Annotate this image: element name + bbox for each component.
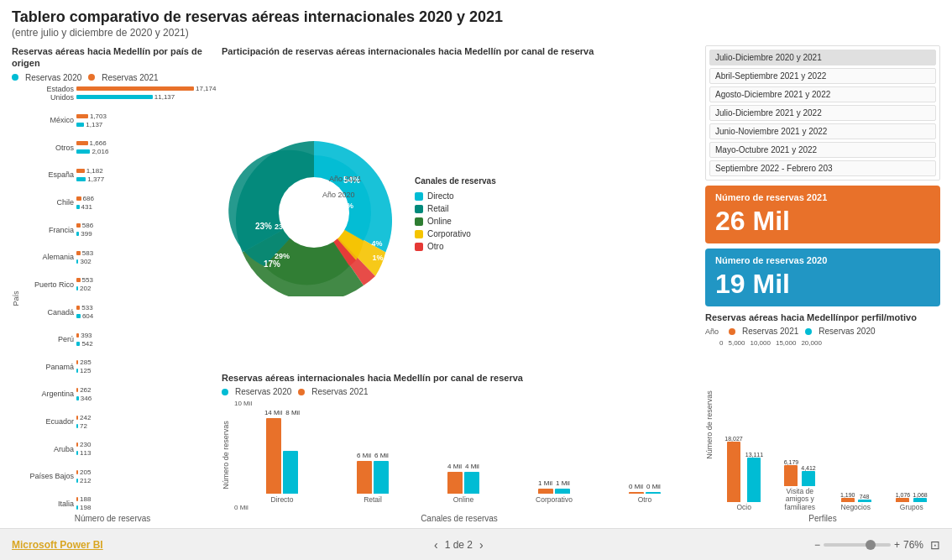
bars-group: 230113 <box>76 441 216 457</box>
pr-bar-2020 <box>747 458 761 501</box>
ch-val-2020: 0 Mil <box>646 483 661 490</box>
bar-country-label: Italia <box>22 500 74 508</box>
filter-item-0[interactable]: Julio-Diciembre 2020 y 2021 <box>709 50 936 65</box>
legend-label-2020: Reservas 2020 <box>25 73 81 82</box>
bar-value-2020: 399 <box>81 230 92 238</box>
pr-val-2021: 18,027 <box>724 436 742 442</box>
profile-group: 6,1794,412Visita de amigos y familiares <box>776 459 825 511</box>
filter-item-4[interactable]: Junio-Noviembre 2021 y 2022 <box>709 123 936 139</box>
filter-item-6[interactable]: Septiembre 2022 - Febrero 203 <box>709 160 936 176</box>
channel-bar-panel: Reservas aéreas internacionales hacia Me… <box>222 372 697 523</box>
bars-group: 583302 <box>76 249 216 265</box>
bar-fill-2020 <box>76 95 153 99</box>
donut-legend-label: Otro <box>427 242 443 251</box>
pr-x-axis: Perfiles <box>705 514 940 523</box>
donut-legend-label: Directo <box>427 191 454 201</box>
profile-legend: Año Reservas 2021 Reservas 2020 <box>705 327 940 336</box>
channel-group: 0 Mil0 MilOtro <box>601 483 688 504</box>
zoom-slider[interactable] <box>824 543 891 547</box>
donut-legend-color <box>415 243 423 251</box>
svg-text:42%: 42% <box>338 201 353 210</box>
donut-legend-item: Directo <box>415 191 496 201</box>
pr-y-axis: Número de reservas <box>705 339 714 511</box>
filter-item-3[interactable]: Julio-Diciembre 2021 y 2022 <box>709 105 936 121</box>
fit-page-icon[interactable]: ⊡ <box>930 538 940 552</box>
profile-bars-pair: 18,02713,111 <box>724 436 763 502</box>
ch-val-2021: 4 Mil <box>447 463 462 470</box>
bar-row: Italia188198 <box>22 496 216 511</box>
page-subtitle: (entre julio y diciembre de 2020 y 2021) <box>12 27 940 39</box>
prev-page-button[interactable]: ‹ <box>434 538 438 552</box>
kpi-2021-title: Número de reservas 2021 <box>715 192 930 202</box>
pr-y-tick: 10,000 <box>750 339 770 347</box>
pr-bar-2021 <box>727 442 740 502</box>
bar-fill-2021 <box>76 141 88 145</box>
bars-group: 262346 <box>76 386 216 402</box>
bar-fill-2020 <box>76 177 86 181</box>
bar-country-label: Canadá <box>22 308 74 317</box>
bar-row: Panamá285125 <box>22 359 216 374</box>
ch-bar-2020 <box>283 451 298 494</box>
pr-val-2021: 6,179 <box>784 459 799 465</box>
filter-item-5[interactable]: Mayo-Octubre 2021 y 2022 <box>709 142 936 158</box>
ch-val-2021: 0 Mil <box>629 483 643 490</box>
bar-fill-2020 <box>76 505 78 510</box>
pr-legend-2020: Reservas 2020 <box>819 327 875 336</box>
bars-group: 188198 <box>76 495 216 511</box>
kpi-2021-box: Número de reservas 2021 26 Mil <box>705 186 940 243</box>
bar-row: Estados Unidos17,17411,137 <box>22 86 216 101</box>
bar-fill-2021 <box>76 416 78 420</box>
bar-chart-rows: Estados Unidos17,17411,137México1,7031,1… <box>22 86 216 511</box>
footer-brand[interactable]: Microsoft Power BI <box>12 539 103 551</box>
bar-value-2021: 262 <box>80 386 91 394</box>
svg-text:Año 2020: Año 2020 <box>322 191 355 199</box>
svg-text:23%: 23% <box>255 222 272 231</box>
bar-fill-2020 <box>76 149 90 154</box>
bar-country-label: Ecuador <box>22 417 74 426</box>
pr-legend-2021: Reservas 2021 <box>742 327 798 336</box>
bar-value-2021: 242 <box>80 414 91 421</box>
bar-country-label: Otros <box>22 144 74 152</box>
ch-val-2020: 8 Mil <box>285 409 300 416</box>
bar-value-2021: 586 <box>82 222 93 229</box>
zoom-minus-icon[interactable]: − <box>814 539 820 551</box>
filter-item-2[interactable]: Agosto-Diciembre 2021 y 2022 <box>709 86 936 102</box>
donut-panel: Participación de reservas aéreas interna… <box>222 45 697 367</box>
profile-bars-wrap: 05,00010,00015,00020,000 18,02713,111Oci… <box>715 339 940 511</box>
bar-country-label: Aruba <box>22 445 74 453</box>
bar-country-label: Perú <box>22 335 74 343</box>
ch-bar-2021 <box>357 461 372 494</box>
profile-bars: 18,02713,111Ocio6,1794,412Visita de amig… <box>715 347 940 511</box>
ch-bar-2021 <box>538 489 553 494</box>
filter-item-1[interactable]: Abril-Septiembre 2021 y 2022 <box>709 68 936 84</box>
bar-row: Puerto Rico553202 <box>22 277 216 292</box>
panel-left: Reservas aéreas hacia Medellín por país … <box>12 45 213 523</box>
ch-label: Directo <box>271 495 294 504</box>
channel-group: 4 Mil4 MilOnline <box>420 463 507 504</box>
zoom-plus-icon[interactable]: + <box>894 539 900 551</box>
bar-fill-2020 <box>76 232 79 236</box>
donut-legend-title: Canales de reservas <box>415 176 496 186</box>
next-page-button[interactable]: › <box>479 538 484 552</box>
bar-row: Ecuador24272 <box>22 414 216 429</box>
bar-fill-2021 <box>76 169 85 173</box>
bars-group: 553202 <box>76 276 216 292</box>
ch-label: Retail <box>364 495 382 504</box>
bar-row: Perú393542 <box>22 332 216 347</box>
bar-value-2020: 11,137 <box>154 93 175 101</box>
profile-bars-pair: 1,0761,068 <box>896 492 928 501</box>
bar-value-2021: 533 <box>81 304 92 311</box>
svg-text:Año 2021: Año 2021 <box>329 175 362 183</box>
channel-group: 6 Mil6 MilRetail <box>329 452 416 504</box>
donut-panel-title: Participación de reservas aéreas interna… <box>222 45 697 57</box>
bar-country-label: Puerto Rico <box>22 280 74 289</box>
bar-fill-2021 <box>76 388 78 392</box>
donut-legend-color <box>415 192 423 201</box>
panel-right: Julio-Diciembre 2020 y 2021Abril-Septiem… <box>705 45 940 523</box>
bars-group: 1,6662,016 <box>76 139 216 155</box>
legend-dot-2020 <box>12 74 18 81</box>
kpi-2020-title: Número de reservas 2020 <box>715 255 930 265</box>
bar-fill-2020 <box>76 205 80 209</box>
donut-container: 54% 17% 23% 42% 29% 23% 4% 1% Año 2021 A… <box>222 60 697 367</box>
bar-fill-2021 <box>76 497 78 501</box>
